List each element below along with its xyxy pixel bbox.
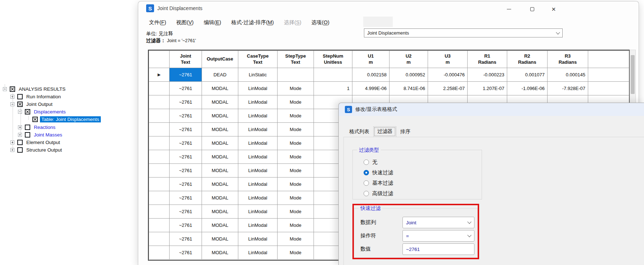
grid-cell[interactable]: ~2761 (170, 191, 202, 205)
column-header-joint[interactable]: JointText (170, 51, 202, 68)
grid-cell[interactable]: LinModal (238, 232, 278, 246)
unchecked-checkbox[interactable] (17, 94, 23, 99)
grid-cell[interactable]: LinModal (238, 164, 278, 178)
row-marker-cell[interactable] (149, 136, 170, 150)
grid-cell[interactable]: Mode (278, 136, 314, 150)
grid-cell[interactable]: MODAL (202, 246, 238, 260)
grid-cell[interactable]: LinModal (238, 123, 278, 136)
grid-cell[interactable]: Mode (278, 178, 314, 191)
grid-cell[interactable]: Mode (278, 82, 314, 95)
grid-cell[interactable]: MODAL (202, 178, 238, 191)
table-selector-dropdown[interactable]: Joint Displacements (364, 28, 563, 37)
grid-cell[interactable]: -7.928E-07 (548, 82, 588, 95)
scrollbar-thumb[interactable] (631, 55, 635, 94)
checked-x-checkbox[interactable] (10, 86, 15, 92)
grid-cell[interactable]: 4.999E-06 (352, 82, 389, 95)
grid-cell[interactable]: 0.001077 (507, 68, 548, 82)
grid-cell[interactable]: LinModal (238, 178, 278, 191)
grid-cell[interactable]: -0.000476 (428, 68, 468, 82)
grid-cell[interactable]: Mode (278, 150, 314, 164)
grid-cell[interactable]: Mode (278, 191, 314, 205)
grid-cell[interactable]: 1 (314, 82, 352, 95)
row-marker-cell[interactable] (149, 232, 170, 246)
tree-item-joint-output[interactable]: Joint Output (10, 100, 54, 108)
expand-icon[interactable] (18, 133, 22, 137)
grid-cell[interactable]: ~2761 (170, 232, 202, 246)
unchecked-checkbox[interactable] (25, 125, 30, 130)
grid-cell[interactable]: LinModal (238, 95, 278, 109)
window-titlebar[interactable]: S Joint Displacements ✕ (138, 1, 639, 16)
row-marker-cell[interactable] (149, 191, 170, 205)
tree-item-structure-output[interactable]: Structure Output (10, 147, 63, 154)
column-header-stepnum[interactable]: StepNumUnitless (314, 51, 352, 68)
radio-option-4[interactable]: 高级过滤 (364, 190, 393, 197)
grid-cell[interactable]: MODAL (202, 123, 238, 136)
tree-item-displacements[interactable]: Displacements (18, 108, 67, 116)
grid-cell[interactable]: LinStatic (238, 68, 278, 82)
unchecked-checkbox[interactable] (17, 147, 23, 153)
grid-cell[interactable] (314, 68, 352, 82)
grid-cell[interactable]: ~2761 (170, 164, 202, 178)
grid-cell[interactable]: LinModal (238, 136, 278, 150)
row-marker-cell[interactable] (149, 95, 170, 109)
grid-cell[interactable]: LinModal (238, 109, 278, 123)
grid-cell[interactable]: MODAL (202, 164, 238, 178)
column-header-outputcase[interactable]: OutputCase (202, 51, 238, 68)
grid-cell[interactable]: LinModal (238, 219, 278, 232)
grid-cell[interactable]: Mode (278, 246, 314, 260)
unchecked-checkbox[interactable] (17, 140, 23, 145)
row-marker-cell[interactable] (149, 205, 170, 219)
operator-dropdown[interactable]: = (402, 230, 474, 242)
grid-cell[interactable]: LinModal (238, 150, 278, 164)
grid-cell[interactable]: Mode (278, 109, 314, 123)
minimize-button[interactable] (501, 4, 517, 14)
tree-item-analysis-results[interactable]: ANALYSIS RESULTS (3, 85, 67, 93)
column-header-u3[interactable]: U3m (428, 51, 468, 68)
menu-o[interactable]: 选项(O) (306, 18, 334, 27)
grid-cell[interactable]: ~2761 (170, 246, 202, 260)
grid-cell[interactable]: LinModal (238, 82, 278, 95)
grid-cell[interactable]: -0.000223 (468, 68, 507, 82)
grid-cell[interactable]: MODAL (202, 205, 238, 219)
grid-cell[interactable]: MODAL (202, 219, 238, 232)
grid-cell[interactable]: 1.207E-07 (468, 82, 507, 95)
column-header-u2[interactable]: U2m (389, 51, 428, 68)
grid-cell[interactable]: 8.741E-06 (389, 82, 428, 95)
unchecked-checkbox[interactable] (25, 132, 30, 138)
grid-cell[interactable]: MODAL (202, 109, 238, 123)
value-input[interactable]: ~2761 (402, 243, 474, 255)
grid-cell[interactable]: ~2761 (170, 136, 202, 150)
dialog-titlebar[interactable]: S 修改/显示表格格式 (339, 103, 644, 116)
selected-cell[interactable]: ~2761 (170, 68, 202, 82)
column-header-u1[interactable]: U1m (352, 51, 389, 68)
row-marker-cell[interactable]: ▶ (149, 68, 170, 82)
grid-cell[interactable]: MODAL (202, 136, 238, 150)
grid-cell[interactable]: 0.002158 (352, 68, 389, 82)
tree-item-element-output[interactable]: Element Output (10, 139, 62, 146)
grid-cell[interactable]: DEAD (202, 68, 238, 82)
grid-cell[interactable]: MODAL (202, 232, 238, 246)
tree-item-run-information[interactable]: Run Information (10, 93, 62, 100)
grid-cell[interactable]: ~2761 (170, 95, 202, 109)
column-header-blank[interactable] (149, 51, 170, 68)
grid-cell[interactable]: Mode (278, 123, 314, 136)
grid-cell[interactable]: MODAL (202, 95, 238, 109)
row-marker-cell[interactable] (149, 150, 170, 164)
row-marker-cell[interactable] (149, 178, 170, 191)
collapse-icon[interactable] (18, 110, 22, 114)
tree-item-table-joint-displacements[interactable]: Table: Joint Displacements (26, 116, 101, 123)
grid-cell[interactable]: MODAL (202, 150, 238, 164)
grid-cell[interactable]: ~2761 (170, 109, 202, 123)
column-header-r3[interactable]: R3Radians (548, 51, 588, 68)
column-header-r1[interactable]: R1Radians (468, 51, 507, 68)
checked-x-checkbox[interactable] (17, 102, 23, 107)
maximize-button[interactable] (524, 4, 540, 14)
column-header-casetype[interactable]: CaseTypeText (238, 51, 278, 68)
grid-cell[interactable]: 0.000952 (389, 68, 428, 82)
checked-x-checkbox[interactable] (25, 109, 30, 114)
column-header-blank[interactable] (588, 51, 629, 68)
grid-cell[interactable]: LinModal (238, 191, 278, 205)
grid-cell[interactable]: MODAL (202, 191, 238, 205)
expand-icon[interactable] (18, 125, 22, 129)
row-marker-cell[interactable] (149, 109, 170, 123)
